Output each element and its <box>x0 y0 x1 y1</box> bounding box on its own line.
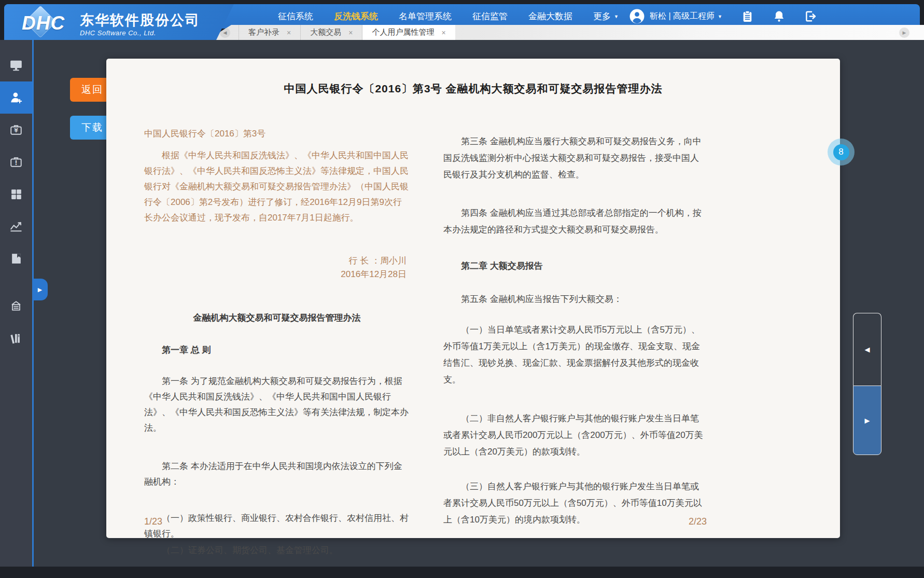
alert-case-icon: ! <box>9 155 23 169</box>
bell-icon[interactable] <box>773 10 786 23</box>
decree-number: 中国人民银行令〔2016〕第3号 <box>144 126 410 142</box>
nav-item-credit-system[interactable]: 征信系统 <box>278 10 313 22</box>
article-2-item-2: （二）证券公司、期货公司、基金管理公司。 <box>144 543 410 558</box>
nav-item-aml-system[interactable]: 反洗钱系统 <box>334 10 378 22</box>
badge-count: 8 <box>833 144 849 160</box>
line-chart-icon <box>9 219 23 233</box>
bookmark-book-icon <box>10 252 23 265</box>
sidebar-item-books[interactable] <box>0 322 32 354</box>
article-2: 第二条 本办法适用于在中华人民共和国境内依法设立的下列金融机构： <box>144 459 410 490</box>
tab-customer-supplement[interactable]: 客户补录 × <box>239 25 300 40</box>
clipboard-icon[interactable] <box>741 10 754 23</box>
svg-text:!: ! <box>15 159 17 167</box>
article-5-item-1: （一）当日单笔或者累计交易人民币5万元以上（含5万元）、外币等值1万美元以上（含… <box>443 322 707 388</box>
sidebar: ¥ ! <box>0 40 32 567</box>
signature-name: 行 长 ：周小川 <box>144 254 407 268</box>
article-4: 第四条 金融机构应当通过其总部或者总部指定的一个机构，按本办法规定的路径和方式提… <box>443 205 707 238</box>
sidebar-item-monitor[interactable] <box>0 49 32 81</box>
sidebar-item-archive[interactable] <box>0 290 32 322</box>
sidebar-expand-handle[interactable]: ▶ <box>32 279 48 300</box>
sidebar-item-person-add[interactable] <box>0 81 32 114</box>
signature-date: 2016年12月28日 <box>144 268 407 281</box>
tab-label: 大额交易 <box>310 27 341 37</box>
article-5-item-2: （二）非自然人客户银行账户与其他的银行账户发生当日单笔或者累计交易人民币200万… <box>443 410 707 460</box>
person-add-icon <box>9 91 23 104</box>
logo-abbr: DHC <box>22 12 65 34</box>
tab-label: 客户补录 <box>248 27 279 37</box>
decree-preamble: 根据《中华人民共和国反洗钱法》、《中华人民共和国中国人民银行法》、《中华人民共和… <box>144 148 410 226</box>
sidebar-item-line-chart[interactable] <box>0 210 32 242</box>
sidebar-accent-line <box>32 40 34 567</box>
tab-scroll-right-button[interactable]: ▶ <box>899 27 909 38</box>
measures-title: 金融机构大额交易和可疑交易报告管理办法 <box>144 310 410 326</box>
primary-nav: 征信系统 反洗钱系统 名单管理系统 征信监管 金融大数据 更多▼ <box>278 4 619 29</box>
header-right-area: 靳松 | 高级工程师 ▼ <box>629 4 817 29</box>
tab-large-transaction[interactable]: 大额交易 × <box>301 25 362 40</box>
sidebar-item-grid[interactable] <box>0 178 32 210</box>
article-3: 第三条 金融机构应当履行大额交易和可疑交易报告义务，向中国反洗钱监测分析中心报送… <box>443 133 707 183</box>
article-2-item-1: （一）政策性银行、商业银行、农村合作银行、农村信用社、村镇银行。 <box>144 511 410 542</box>
svg-text:¥: ¥ <box>14 127 18 134</box>
user-chevron-down-icon[interactable]: ▼ <box>718 14 722 19</box>
tab-label: 个人用户属性管理 <box>372 27 434 37</box>
nav-item-list-management[interactable]: 名单管理系统 <box>399 10 452 22</box>
app-window: 征信系统 反洗钱系统 名单管理系统 征信监管 金融大数据 更多▼ 靳松 | 高级… <box>0 0 924 578</box>
tab-personal-user-attribute[interactable]: 个人用户属性管理 × <box>362 25 455 40</box>
signature-block: 行 长 ：周小川 2016年12月28日 <box>144 254 410 281</box>
company-subtitle: DHC Software Co., Ltd. <box>80 29 200 37</box>
tab-bar: ◀ 客户补录 × 大额交易 × 个人用户属性管理 × ▶ <box>207 25 924 40</box>
company-name: 东华软件股份公司 <box>80 12 200 28</box>
logo-text: 东华软件股份公司 DHC Software Co., Ltd. <box>80 12 200 37</box>
close-icon[interactable]: × <box>287 29 291 37</box>
more-label: 更多 <box>593 11 611 21</box>
user-menu[interactable]: 靳松 | 高级工程师 <box>650 11 715 22</box>
document-right-column: 第三条 金融机构应当履行大额交易和可疑交易报告义务，向中国反洗钱监测分析中心报送… <box>443 126 707 528</box>
cash-case-icon: ¥ <box>9 123 23 136</box>
grid-icon <box>10 188 23 201</box>
chapter-2-heading: 第二章 大额交易报告 <box>443 258 707 274</box>
logo[interactable]: DHC 东华软件股份公司 DHC Software Co., Ltd. <box>4 4 234 40</box>
user-avatar-icon <box>629 8 645 24</box>
nav-item-credit-supervision[interactable]: 征信监管 <box>472 10 508 22</box>
nav-item-financial-bigdata[interactable]: 金融大数据 <box>528 10 572 22</box>
page-pager: ◀ ▶ <box>853 313 881 455</box>
chevron-down-icon: ▼ <box>614 14 619 19</box>
page-next-button[interactable]: ▶ <box>853 386 881 455</box>
document-title: 中国人民银行令〔2016〕第3号 金融机构大额交易和可疑交易报告管理办法 <box>106 81 840 96</box>
archive-cabinet-icon <box>9 299 23 313</box>
logout-icon[interactable] <box>804 10 817 23</box>
page-number-left: 1/23 <box>144 516 162 527</box>
sidebar-item-cash-case[interactable]: ¥ <box>0 114 32 146</box>
bottom-strip <box>0 567 924 578</box>
sidebar-item-alert-case[interactable]: ! <box>0 146 32 178</box>
document-page: 中国人民银行令〔2016〕第3号 金融机构大额交易和可疑交易报告管理办法 中国人… <box>106 59 840 538</box>
page-number-right: 2/23 <box>443 516 707 527</box>
monitor-icon <box>9 59 23 72</box>
close-icon[interactable]: × <box>441 29 445 37</box>
nav-item-more[interactable]: 更多▼ <box>593 10 619 22</box>
article-5: 第五条 金融机构应当报告下列大额交易： <box>443 291 707 308</box>
chapter-1-heading: 第一章 总 则 <box>144 342 410 358</box>
article-1: 第一条 为了规范金融机构大额交易和可疑交易报告行为，根据《中华人民共和国反洗钱法… <box>144 374 410 436</box>
books-icon <box>9 332 23 345</box>
close-icon[interactable]: × <box>348 29 353 37</box>
main-content: 返回 下载 中国人民银行令〔2016〕第3号 金融机构大额交易和可疑交易报告管理… <box>34 40 924 567</box>
notification-badge[interactable]: 8 <box>828 139 855 166</box>
sidebar-item-bookmark[interactable] <box>0 242 32 274</box>
page-prev-button[interactable]: ◀ <box>853 313 881 386</box>
document-left-column: 中国人民银行令〔2016〕第3号 根据《中华人民共和国反洗钱法》、《中华人民共和… <box>144 126 410 558</box>
